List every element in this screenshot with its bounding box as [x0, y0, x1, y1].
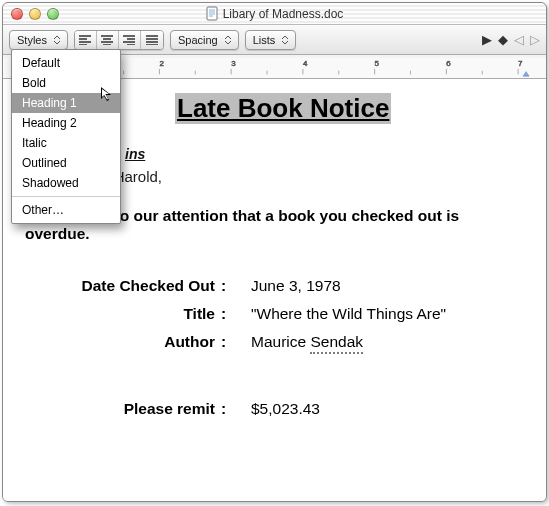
menu-item-default[interactable]: Default [12, 53, 120, 73]
titlebar: Libary of Madness.doc [3, 3, 546, 25]
detail-value: Maurice Sendak [241, 333, 524, 354]
menu-item-outlined[interactable]: Outlined [12, 153, 120, 173]
menu-item-bold[interactable]: Bold [12, 73, 120, 93]
nav-back-icon[interactable]: ◁ [514, 33, 524, 46]
toolbar-right-controls: ▶ ◆ ◁ ▷ [482, 33, 540, 46]
svg-text:7: 7 [518, 60, 522, 69]
chevron-down-icon [222, 33, 234, 47]
detail-label: Date Checked Out [25, 277, 215, 295]
lists-select[interactable]: Lists [245, 30, 297, 50]
detail-label: Title [25, 305, 215, 323]
remit-row: Please remit : $5,023.43 [25, 400, 524, 418]
spacing-select[interactable]: Spacing [170, 30, 239, 50]
window-title: Libary of Madness.doc [3, 6, 546, 21]
alignment-group [74, 30, 164, 50]
menu-separator [12, 196, 120, 197]
minimize-window-button[interactable] [29, 8, 41, 20]
recipient-line: ins [125, 146, 524, 162]
align-center-button[interactable] [97, 31, 119, 49]
remit-value: $5,023.43 [241, 400, 524, 418]
svg-rect-0 [207, 7, 217, 20]
window-controls [11, 8, 59, 20]
align-justify-button[interactable] [141, 31, 163, 49]
menu-item-heading2[interactable]: Heading 2 [12, 113, 120, 133]
styles-select-label: Styles [17, 34, 47, 46]
styles-dropdown-menu: Default Bold Heading 1 Heading 2 Italic … [11, 49, 121, 224]
spacing-select-label: Spacing [178, 34, 218, 46]
nav-jump-marker-icon[interactable]: ◆ [498, 33, 508, 46]
document-heading[interactable]: Late Book Notice [175, 93, 391, 124]
menu-item-italic[interactable]: Italic [12, 133, 120, 153]
detail-value: "Where the Wild Things Are" [241, 305, 524, 323]
salutation-line: Dear Harold, [77, 168, 524, 185]
menu-item-heading1[interactable]: Heading 1 [12, 93, 120, 113]
svg-text:6: 6 [446, 60, 450, 69]
lists-select-label: Lists [253, 34, 276, 46]
detail-label: Author [25, 333, 215, 354]
window-title-text: Libary of Madness.doc [223, 7, 344, 21]
menu-item-other[interactable]: Other… [12, 200, 120, 220]
chevron-down-icon [51, 33, 63, 47]
close-window-button[interactable] [11, 8, 23, 20]
styles-select[interactable]: Styles [9, 30, 68, 50]
remit-label: Please remit [25, 400, 215, 418]
chevron-down-icon [279, 33, 291, 47]
nav-forward-icon[interactable]: ▷ [530, 33, 540, 46]
svg-text:5: 5 [375, 60, 379, 69]
detail-value: June 3, 1978 [241, 277, 524, 295]
app-window: Libary of Madness.doc Styles Spacing Lis… [2, 2, 547, 502]
align-right-button[interactable] [119, 31, 141, 49]
details-table: Date Checked Out : June 3, 1978 Title : … [25, 277, 524, 354]
document-icon [206, 6, 219, 21]
align-left-button[interactable] [75, 31, 97, 49]
svg-text:2: 2 [159, 60, 163, 69]
svg-text:3: 3 [231, 60, 235, 69]
menu-item-shadowed[interactable]: Shadowed [12, 173, 120, 193]
zoom-window-button[interactable] [47, 8, 59, 20]
nav-prev-marker-icon[interactable]: ▶ [482, 33, 492, 46]
